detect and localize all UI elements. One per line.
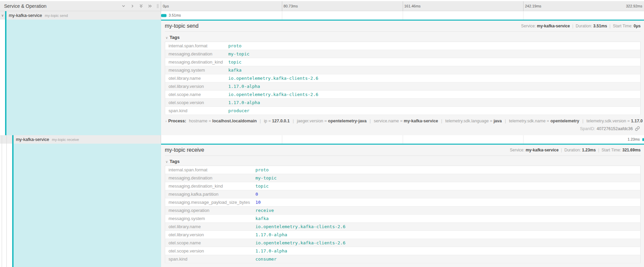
indent-guide [2,135,2,144]
tick-line [523,135,524,144]
tag-value: receive [253,207,641,215]
process-accordion[interactable]: ›Process:hostname = localhost.localdomai… [165,119,641,123]
tick-line [523,11,524,20]
service-color-bar [12,135,14,144]
span-detail-card-send: my-topic send Service: my-kafka-service|… [161,20,644,135]
tag-row: span.kind consumer [165,255,641,263]
chevron-right-icon: › [165,119,166,123]
expanded-span-highlight [6,20,161,135]
detail-meta: Service: my-kafka-service|Duration: 1.23… [510,148,641,152]
meta-duration: 3.51ms [593,24,607,28]
timeline-ruler: 0μs 80.73ms 161.46ms 242.19ms 322.92ms [161,1,644,11]
indent-guide [6,144,7,267]
ruler-tick-label: 242.19ms [523,1,541,11]
collapse-span-icon[interactable]: ∨ [0,11,5,20]
chevron-down-icon[interactable] [121,4,126,8]
tag-value: 1.17.0-alpha [225,82,640,91]
span-id-value: 407276152aafdc36 [597,126,633,131]
tag-value: 1.17.0-alpha [225,99,640,107]
tag-key: otel.scope.name [165,239,253,247]
meta-start-time: 321.69ms [622,148,641,152]
process-tag: telemetry.sdk.version = 1.17.0 [586,119,643,123]
tags-accordion[interactable]: ∨Tags [165,35,641,40]
tag-key: span.kind [165,107,226,115]
divider [165,155,641,156]
ruler-tick-label: 0μs [161,1,169,11]
span-duration-label: 3.51ms [169,11,181,20]
tag-value: io.opentelemetry.kafka-clients-2.6 [253,223,641,231]
tag-row: internal.span.format proto [165,166,641,174]
double-chevron-right-icon[interactable] [148,4,152,8]
detail-meta: Service: my-kafka-service|Duration: 3.51… [521,24,641,28]
span-detail-gutter[interactable] [0,144,161,267]
tag-key: otel.library.version [165,82,226,91]
tick-line [282,11,282,20]
span-row-send[interactable]: ∨ my-kafka-service my-topic send 3.51ms [0,11,644,20]
tags-table: internal.span.format proto messaging.des… [165,166,641,263]
meta-service: my-kafka-service [526,148,558,152]
detail-title: my-topic receive [165,147,510,153]
span-timeline-cell-receive[interactable]: 1.23ms [161,135,644,144]
span-duration-bar[interactable] [642,138,644,141]
indent-guide [2,144,2,267]
tag-key: messaging.destination_kind [165,182,253,190]
tag-key: messaging.message_payload_size_bytes [165,198,253,207]
ruler-tick-label: 322.92ms [626,1,644,11]
span-name-cell-receive[interactable]: my-kafka-service my-topic receive [0,135,161,144]
chevron-down-icon: ∨ [165,160,168,164]
tag-row: otel.library.version 1.17.0-alpha [165,82,641,91]
tick-line [282,135,282,144]
tag-value: io.opentelemetry.kafka-clients-2.6 [225,74,640,82]
process-tag: service.name = my-kafka-service [374,119,438,123]
detail-header: my-topic receive Service: my-kafka-servi… [165,147,641,153]
service-operation-title: Service & Operation [4,3,121,9]
operation-name: my-topic receive [52,138,79,142]
meta-service: my-kafka-service [537,24,570,28]
tag-key: otel.library.version [165,231,253,239]
span-id-line: SpanID:407276152aafdc36 [165,126,641,131]
process-tag: telemetry.sdk.name = opentelemetry [509,119,579,123]
tag-value: io.opentelemetry.kafka-clients-2.6 [253,239,641,247]
tag-key: otel.scope.name [165,91,226,99]
service-color-bar [5,11,6,20]
tag-row: messaging.system kafka [165,215,641,223]
process-tag: telemetry.sdk.language = java [445,119,502,123]
tag-value: kafka [253,215,641,223]
tag-key: span.kind [165,255,253,263]
tag-key: internal.span.format [165,42,226,50]
span-row-receive[interactable]: my-kafka-service my-topic receive 1.23ms [0,135,644,144]
tag-row: otel.library.name io.opentelemetry.kafka… [165,223,641,231]
tag-value: io.opentelemetry.kafka-clients-2.6 [225,91,640,99]
process-tag: hostname = localhost.localdomain [189,119,257,123]
tag-row: messaging.destination my-topic [165,174,641,182]
chevron-right-icon[interactable] [130,4,135,8]
tag-value: topic [253,182,641,190]
tag-row: messaging.kafka.partition 0 [165,190,641,198]
span-detail-row-receive: my-topic receive Service: my-kafka-servi… [0,144,644,267]
span-detail-gutter[interactable] [0,20,161,135]
service-operation-header: Service & Operation [0,1,161,11]
tag-row: messaging.destination_kind topic [165,182,641,190]
tag-value: topic [225,58,640,66]
tags-table: internal.span.format proto messaging.des… [165,42,641,115]
tag-key: messaging.operation [165,207,253,215]
tag-value: 1.17.0-alpha [253,231,641,239]
tag-value: 1.17.0-alpha [253,247,641,255]
ruler-tick-label: 161.46ms [403,1,421,11]
tag-row: otel.scope.version 1.17.0-alpha [165,99,641,107]
tag-row: otel.scope.name io.opentelemetry.kafka-c… [165,91,641,99]
tag-key: otel.library.name [165,223,253,231]
span-name-cell-send[interactable]: ∨ my-kafka-service my-topic send [0,11,161,20]
tick-line [403,135,403,144]
span-timeline-cell-send[interactable]: 3.51ms [161,11,644,20]
tags-accordion[interactable]: ∨Tags [165,159,641,164]
span-duration-bar[interactable] [161,14,166,17]
tag-value: 0 [253,190,641,198]
chevron-down-icon: ∨ [165,36,168,40]
tag-key: otel.scope.version [165,247,253,255]
tag-key: otel.library.name [165,74,226,82]
double-chevron-down-icon[interactable] [139,4,143,8]
copy-link-icon[interactable] [635,126,640,131]
trace-timeline-view: Service & Operation 0μs 80.73ms 161.46ms… [0,0,644,267]
column-resizer-handle[interactable] [157,4,159,8]
